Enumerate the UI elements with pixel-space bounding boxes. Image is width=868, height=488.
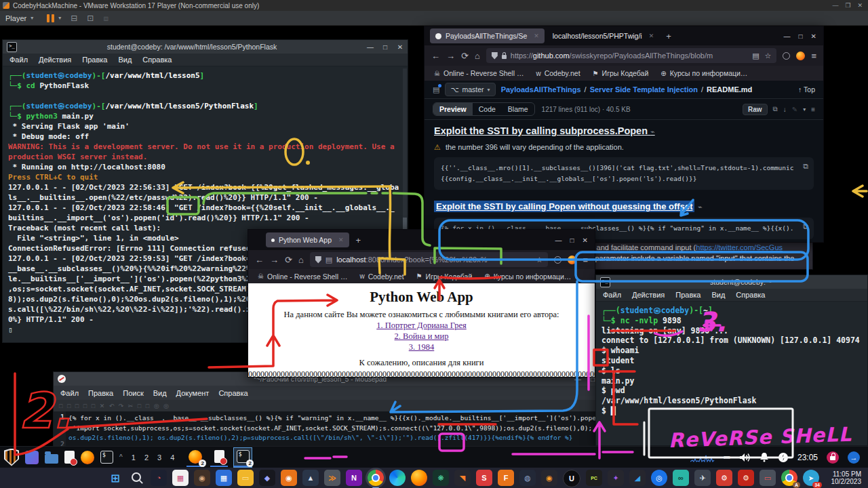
menu-item[interactable]: Вид (153, 389, 167, 397)
folder-link[interactable]: Server Side Template Injection (590, 85, 698, 94)
teal-app-icon[interactable]: ∞ (673, 470, 689, 486)
sharex-icon[interactable]: S (476, 470, 492, 486)
bookmark-reverse-shell[interactable]: ☠ Online - Reverse Shell … (434, 69, 524, 77)
search-icon[interactable] (129, 470, 145, 486)
window-tray-icon[interactable]: ▭ (724, 453, 730, 462)
menu-item[interactable]: Справка (142, 56, 172, 64)
3d-viewer-icon[interactable]: ▲ (302, 470, 319, 486)
menu-item[interactable]: Файл (603, 291, 621, 299)
reader-view-icon[interactable]: ▤ (752, 52, 759, 60)
bookmark-games[interactable]: ⚑ Игры Кодебай (593, 69, 649, 77)
bookmark-codeby[interactable]: w Codeby.net (359, 272, 403, 281)
minimize-button[interactable]: — (784, 33, 791, 40)
vm-clock[interactable]: 23:05 (797, 453, 818, 462)
maximize-button[interactable]: □ (378, 43, 393, 51)
firefox-account-icon[interactable] (568, 256, 576, 264)
back-button[interactable]: ← (431, 51, 440, 61)
firefox-launcher-icon[interactable] (81, 451, 94, 464)
plane-app-icon[interactable]: ✈ (694, 470, 711, 486)
copy-icon[interactable]: ⧉ (803, 161, 808, 172)
vmware-maximize-button[interactable]: ❐ (845, 2, 850, 9)
window-titlebar[interactable]: >_ student@codeby: /var/www/html/lesson5… (3, 40, 408, 54)
running-firefox-button[interactable]: 2 (186, 448, 204, 467)
preview-tab[interactable]: Preview (433, 103, 473, 115)
volume-icon[interactable] (739, 453, 751, 462)
speedtest-icon[interactable]: ◔ (151, 470, 167, 486)
suspend-vm-button[interactable] (47, 14, 54, 22)
maximize-button[interactable]: □ (799, 33, 803, 40)
download-icon[interactable]: ↓ (783, 106, 787, 113)
menu-item[interactable]: Действия (39, 56, 71, 64)
url-bar[interactable]: https://github.com/swisskyrepo/PayloadsA… (486, 48, 777, 63)
unreal-engine-icon[interactable]: U (563, 470, 580, 487)
bookmark-star-icon[interactable]: ☆ (536, 256, 543, 264)
vmware-close-button[interactable]: ✕ (857, 2, 863, 9)
maps-app-icon[interactable]: ◎ (651, 470, 667, 486)
power-manager-icon[interactable] (778, 452, 789, 463)
running-terminal-button[interactable]: $2 (234, 448, 252, 467)
tab-python-web-app[interactable]: Python Web App✕ (266, 232, 349, 247)
back-to-top-link[interactable]: ↑ Top (798, 85, 815, 94)
menu-item[interactable]: Вид (118, 56, 132, 64)
visual-studio-icon[interactable]: ✦ (608, 470, 624, 486)
menu-item[interactable]: Правка (675, 291, 701, 299)
chrome-profile-icon[interactable]: A (781, 470, 797, 486)
kali-menu-icon[interactable] (4, 449, 19, 466)
outline-icon[interactable]: ≡ (811, 106, 815, 113)
green-app-icon[interactable]: ❋ (433, 470, 449, 486)
blender-icon[interactable]: ◉ (541, 470, 557, 486)
close-button[interactable]: ✕ (811, 33, 816, 40)
repo-link[interactable]: PayloadsAllTheThings (501, 85, 581, 94)
terminal-launcher-icon[interactable]: $ (100, 451, 113, 464)
bookmark-codeby[interactable]: w Codeby.net (536, 69, 580, 77)
windows-clock[interactable]: 11:05 PM 10/2/2023 (831, 470, 862, 485)
close-tab-icon[interactable]: ✕ (534, 33, 539, 39)
firefox-account-icon[interactable] (796, 52, 805, 60)
new-tab-button[interactable]: + (666, 31, 671, 41)
menu-item[interactable]: Файл (9, 56, 28, 64)
menu-item[interactable]: Справка (218, 389, 248, 397)
book-link[interactable]: 1. Портрет Дориана Грея (248, 320, 595, 331)
file-manager-icon[interactable] (45, 454, 58, 464)
home-button[interactable]: ⌂ (475, 51, 480, 61)
maximize-button[interactable]: □ (570, 237, 574, 244)
new-tab-button[interactable]: + (356, 235, 361, 245)
bookmark-courses[interactable]: ⊕ Курсы по информаци… (484, 272, 571, 281)
menu-item[interactable]: Правка (88, 389, 113, 397)
fullscreen-button[interactable]: ⊡ (87, 14, 94, 23)
minimize-button[interactable]: — (363, 43, 378, 51)
bookmark-courses[interactable]: ⊕ Курсы по информаци… (660, 69, 747, 77)
url-bar[interactable]: ▤ localhost:8080/index?book={%%20for%20x… (310, 252, 549, 267)
menu-item[interactable]: Действия (632, 291, 665, 299)
workspace-switcher[interactable]: 1 2 3 4 (132, 453, 178, 462)
sphere-app-icon[interactable]: ◍ (519, 470, 536, 486)
window-titlebar[interactable]: >_ student@codeby: ~ (596, 275, 867, 289)
chevron-down-icon[interactable]: ▾ (803, 106, 806, 113)
camera-app-icon[interactable]: ◉ (281, 470, 297, 486)
menu-item[interactable]: Вид (711, 291, 725, 299)
menu-item[interactable]: Правка (82, 56, 107, 64)
calendar-icon[interactable]: ▦ (216, 470, 232, 486)
start-button[interactable]: ⊞ (107, 470, 123, 486)
notes-app-icon[interactable]: ◆ (259, 470, 275, 486)
twitter-link[interactable]: https://twitter.com/SecGus (696, 243, 783, 251)
tab-localhost-phptwig[interactable]: localhost/lesson5/PHPTwig/i✕ (547, 28, 659, 43)
onenote-icon[interactable]: N (346, 470, 362, 486)
carrot-app-icon[interactable]: ◥ (454, 470, 471, 486)
running-editor-button[interactable] (210, 448, 228, 467)
bookmark-games[interactable]: ⚑ Игры Кодебай (416, 272, 473, 281)
pycharm-icon[interactable]: PC (586, 470, 602, 486)
file-explorer-icon[interactable]: ▭ (237, 470, 254, 486)
vmware-minimize-button[interactable]: — (832, 2, 838, 9)
player-menu-button[interactable]: Player (5, 14, 26, 22)
bookmark-star-icon[interactable]: ☆ (765, 52, 772, 60)
tab-payloadsallthethings[interactable]: PayloadsAllTheThings/Se✕ (430, 28, 545, 43)
code-block[interactable]: {{''.__class__.mro()[1].__subclasses__()… (434, 157, 814, 190)
pocket-icon[interactable] (554, 256, 561, 264)
minimize-button[interactable]: — (555, 237, 562, 244)
f-book-icon[interactable]: F (498, 470, 514, 486)
payload-text[interactable]: {% for x in ().__class__.__base__.__subc… (66, 411, 600, 447)
chevron-up-icon[interactable]: ^ (119, 453, 123, 461)
menu-item[interactable]: Файл (60, 389, 79, 397)
firefox-icon[interactable] (411, 470, 427, 486)
